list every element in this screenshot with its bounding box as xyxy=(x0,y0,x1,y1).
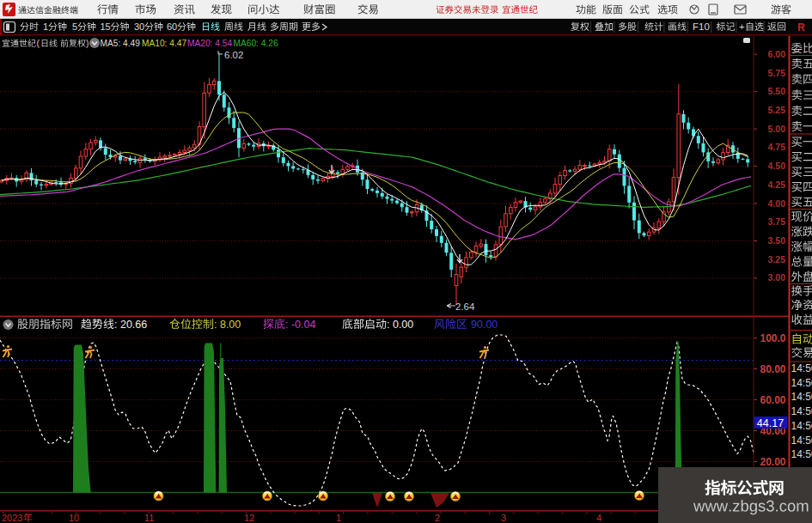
svg-text:2: 2 xyxy=(435,513,440,523)
svg-text:60.00: 60.00 xyxy=(760,394,785,406)
svg-text:3: 3 xyxy=(501,513,506,523)
svg-text:6.00: 6.00 xyxy=(768,49,786,59)
svg-text:5.00: 5.00 xyxy=(768,124,786,134)
svg-text:14:56: 14:56 xyxy=(791,448,812,460)
svg-text:4: 4 xyxy=(596,513,601,523)
svg-text:R: R xyxy=(797,21,805,33)
svg-text:100.0: 100.0 xyxy=(760,332,785,344)
svg-text:0: 0 xyxy=(172,21,177,32)
svg-text:14:56: 14:56 xyxy=(791,377,812,389)
svg-text:MA60: 4.26: MA60: 4.26 xyxy=(234,39,278,48)
svg-text:5.25: 5.25 xyxy=(768,105,786,115)
svg-text:3.50: 3.50 xyxy=(768,235,786,246)
svg-text:): ) xyxy=(86,38,89,48)
svg-text:: 8.00: : 8.00 xyxy=(214,319,241,331)
svg-text:0: 0 xyxy=(139,21,144,32)
svg-text:5: 5 xyxy=(106,21,111,32)
svg-text:: 0.00: : 0.00 xyxy=(387,319,413,331)
svg-text:5.50: 5.50 xyxy=(768,86,786,96)
svg-text:3.25: 3.25 xyxy=(768,254,786,265)
svg-text:4.75: 4.75 xyxy=(768,142,786,152)
svg-text:: 20.66: : 20.66 xyxy=(114,319,147,331)
svg-text:90.00: 90.00 xyxy=(471,319,498,331)
svg-text:MA5: 4.49: MA5: 4.49 xyxy=(101,39,141,48)
svg-text:14:56: 14:56 xyxy=(791,391,812,403)
svg-text:1: 1 xyxy=(336,513,341,523)
svg-text:11: 11 xyxy=(144,513,154,523)
svg-text:14:56: 14:56 xyxy=(791,420,812,432)
svg-text:2023: 2023 xyxy=(2,513,22,523)
svg-text:4.25: 4.25 xyxy=(768,179,786,190)
svg-text:10: 10 xyxy=(69,513,79,523)
svg-text:12: 12 xyxy=(244,513,254,523)
svg-text:14:56: 14:56 xyxy=(791,405,812,417)
svg-text:4.00: 4.00 xyxy=(768,198,786,209)
svg-text:4.50: 4.50 xyxy=(768,161,786,171)
svg-text:14:56: 14:56 xyxy=(791,435,812,447)
svg-text:2.64: 2.64 xyxy=(455,301,475,312)
svg-text:(: ( xyxy=(37,38,40,48)
svg-text:: -0.04: : -0.04 xyxy=(285,319,315,331)
svg-text:F10: F10 xyxy=(693,21,710,32)
svg-text:3.75: 3.75 xyxy=(768,216,786,227)
svg-text:1: 1 xyxy=(43,21,48,32)
svg-text:+: + xyxy=(739,21,745,32)
svg-text:6.02: 6.02 xyxy=(224,50,243,60)
svg-text:MA10: 4.47: MA10: 4.47 xyxy=(142,39,186,48)
svg-text:5: 5 xyxy=(72,21,77,32)
svg-text:MA20: 4.54: MA20: 4.54 xyxy=(187,39,232,48)
svg-text:20.00: 20.00 xyxy=(760,456,785,468)
svg-text:3.00: 3.00 xyxy=(768,272,786,283)
svg-text:80.00: 80.00 xyxy=(760,363,785,375)
svg-text:5.75: 5.75 xyxy=(768,68,786,78)
svg-text:14:56: 14:56 xyxy=(791,362,812,374)
svg-text:44.17: 44.17 xyxy=(757,417,784,429)
